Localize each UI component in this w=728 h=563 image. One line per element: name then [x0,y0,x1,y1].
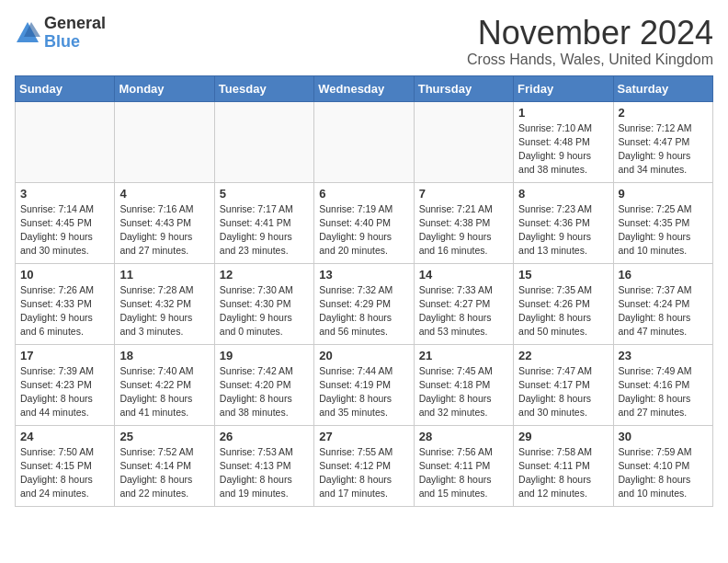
day-number: 1 [518,106,608,120]
table-row: 29Sunrise: 7:58 AM Sunset: 4:11 PM Dayli… [514,425,613,506]
day-number: 16 [619,268,708,282]
day-number: 29 [518,430,608,443]
day-number: 5 [220,187,309,201]
location-title: Cross Hands, Wales, United Kingdom [467,52,713,68]
day-number: 20 [319,349,408,362]
table-row: 25Sunrise: 7:52 AM Sunset: 4:14 PM Dayli… [115,425,214,506]
day-info: Sunrise: 7:12 AM Sunset: 4:47 PM Dayligh… [619,121,708,178]
table-row: 11Sunrise: 7:28 AM Sunset: 4:32 PM Dayli… [115,263,214,344]
table-row: 17Sunrise: 7:39 AM Sunset: 4:23 PM Dayli… [16,344,115,425]
table-row: 15Sunrise: 7:35 AM Sunset: 4:26 PM Dayli… [514,263,613,344]
table-row [115,101,214,182]
day-info: Sunrise: 7:56 AM Sunset: 4:11 PM Dayligh… [419,445,508,501]
day-info: Sunrise: 7:59 AM Sunset: 4:10 PM Dayligh… [619,445,708,501]
calendar-week-2: 3Sunrise: 7:14 AM Sunset: 4:45 PM Daylig… [16,182,713,263]
day-number: 13 [319,268,408,282]
day-info: Sunrise: 7:58 AM Sunset: 4:11 PM Dayligh… [518,445,608,501]
table-row [16,101,115,182]
col-monday: Monday [115,75,214,101]
day-number: 30 [619,430,708,443]
day-info: Sunrise: 7:47 AM Sunset: 4:17 PM Dayligh… [518,364,608,420]
table-row: 20Sunrise: 7:44 AM Sunset: 4:19 PM Dayli… [314,344,414,425]
day-info: Sunrise: 7:37 AM Sunset: 4:24 PM Dayligh… [619,283,708,339]
table-row: 16Sunrise: 7:37 AM Sunset: 4:24 PM Dayli… [613,263,712,344]
table-row: 4Sunrise: 7:16 AM Sunset: 4:43 PM Daylig… [115,182,214,263]
day-number: 18 [119,349,209,362]
day-info: Sunrise: 7:25 AM Sunset: 4:35 PM Dayligh… [619,202,708,259]
table-row: 26Sunrise: 7:53 AM Sunset: 4:13 PM Dayli… [214,425,313,506]
day-number: 2 [619,106,708,120]
day-number: 22 [518,349,608,362]
day-number: 26 [220,430,309,443]
table-row: 19Sunrise: 7:42 AM Sunset: 4:20 PM Dayli… [214,344,313,425]
table-row: 23Sunrise: 7:49 AM Sunset: 4:16 PM Dayli… [613,344,712,425]
table-row: 14Sunrise: 7:33 AM Sunset: 4:27 PM Dayli… [414,263,513,344]
day-info: Sunrise: 7:40 AM Sunset: 4:22 PM Dayligh… [119,364,209,420]
day-number: 23 [619,349,708,362]
title-area: November 2024 Cross Hands, Wales, United… [467,15,713,68]
day-info: Sunrise: 7:16 AM Sunset: 4:43 PM Dayligh… [119,202,209,259]
table-row: 10Sunrise: 7:26 AM Sunset: 4:33 PM Dayli… [16,263,115,344]
logo: General Blue [15,15,106,52]
table-row: 2Sunrise: 7:12 AM Sunset: 4:47 PM Daylig… [613,101,712,182]
table-row: 24Sunrise: 7:50 AM Sunset: 4:15 PM Dayli… [16,425,115,506]
table-row: 28Sunrise: 7:56 AM Sunset: 4:11 PM Dayli… [414,425,513,506]
day-info: Sunrise: 7:21 AM Sunset: 4:38 PM Dayligh… [419,202,508,259]
day-number: 21 [419,349,508,362]
day-info: Sunrise: 7:50 AM Sunset: 4:15 PM Dayligh… [20,445,109,501]
day-number: 9 [619,187,708,201]
table-row: 7Sunrise: 7:21 AM Sunset: 4:38 PM Daylig… [414,182,513,263]
col-tuesday: Tuesday [214,75,313,101]
month-title: November 2024 [467,15,713,52]
day-info: Sunrise: 7:42 AM Sunset: 4:20 PM Dayligh… [220,364,309,420]
table-row: 13Sunrise: 7:32 AM Sunset: 4:29 PM Dayli… [314,263,414,344]
logo-text: General Blue [44,15,106,52]
day-number: 27 [319,430,408,443]
page-header: General Blue November 2024 Cross Hands, … [15,15,713,68]
col-thursday: Thursday [414,75,513,101]
calendar-week-3: 10Sunrise: 7:26 AM Sunset: 4:33 PM Dayli… [16,263,713,344]
logo-icon [15,20,40,46]
day-info: Sunrise: 7:32 AM Sunset: 4:29 PM Dayligh… [319,283,408,339]
day-number: 19 [220,349,309,362]
day-info: Sunrise: 7:23 AM Sunset: 4:36 PM Dayligh… [518,202,608,259]
day-info: Sunrise: 7:10 AM Sunset: 4:48 PM Dayligh… [518,121,608,178]
day-number: 24 [20,430,109,443]
day-number: 25 [119,430,209,443]
day-number: 28 [419,430,508,443]
day-number: 6 [319,187,408,201]
day-info: Sunrise: 7:49 AM Sunset: 4:16 PM Dayligh… [619,364,708,420]
table-row [414,101,513,182]
day-info: Sunrise: 7:52 AM Sunset: 4:14 PM Dayligh… [119,445,209,501]
day-number: 15 [518,268,608,282]
table-row: 27Sunrise: 7:55 AM Sunset: 4:12 PM Dayli… [314,425,414,506]
day-number: 14 [419,268,508,282]
day-number: 8 [518,187,608,201]
col-friday: Friday [514,75,613,101]
day-info: Sunrise: 7:17 AM Sunset: 4:41 PM Dayligh… [220,202,309,259]
day-info: Sunrise: 7:28 AM Sunset: 4:32 PM Dayligh… [119,283,209,339]
table-row: 8Sunrise: 7:23 AM Sunset: 4:36 PM Daylig… [514,182,613,263]
calendar-header-row: Sunday Monday Tuesday Wednesday Thursday… [16,75,713,101]
table-row: 12Sunrise: 7:30 AM Sunset: 4:30 PM Dayli… [214,263,313,344]
calendar-week-5: 24Sunrise: 7:50 AM Sunset: 4:15 PM Dayli… [16,425,713,506]
day-info: Sunrise: 7:53 AM Sunset: 4:13 PM Dayligh… [220,445,309,501]
table-row: 9Sunrise: 7:25 AM Sunset: 4:35 PM Daylig… [613,182,712,263]
col-sunday: Sunday [16,75,115,101]
table-row [214,101,313,182]
day-number: 11 [119,268,209,282]
table-row: 30Sunrise: 7:59 AM Sunset: 4:10 PM Dayli… [613,425,712,506]
table-row: 22Sunrise: 7:47 AM Sunset: 4:17 PM Dayli… [514,344,613,425]
calendar-week-1: 1Sunrise: 7:10 AM Sunset: 4:48 PM Daylig… [16,101,713,182]
day-number: 3 [20,187,109,201]
calendar-week-4: 17Sunrise: 7:39 AM Sunset: 4:23 PM Dayli… [16,344,713,425]
table-row: 6Sunrise: 7:19 AM Sunset: 4:40 PM Daylig… [314,182,414,263]
col-saturday: Saturday [613,75,712,101]
day-info: Sunrise: 7:44 AM Sunset: 4:19 PM Dayligh… [319,364,408,420]
day-number: 10 [20,268,109,282]
day-number: 4 [119,187,209,201]
day-info: Sunrise: 7:19 AM Sunset: 4:40 PM Dayligh… [319,202,408,259]
table-row: 3Sunrise: 7:14 AM Sunset: 4:45 PM Daylig… [16,182,115,263]
table-row: 21Sunrise: 7:45 AM Sunset: 4:18 PM Dayli… [414,344,513,425]
day-number: 7 [419,187,508,201]
